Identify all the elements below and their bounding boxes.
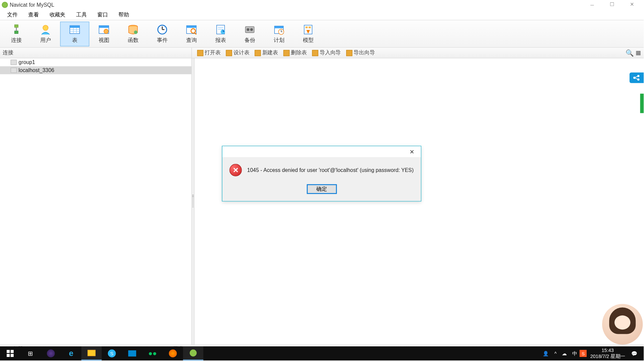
menu-file[interactable]: 文件	[2, 10, 23, 20]
tray-sogou-icon[interactable]: S	[580, 350, 587, 357]
tray-onedrive-icon[interactable]: ☁	[559, 351, 569, 356]
svg-rect-1	[14, 31, 18, 34]
window-title: Navicat for MySQL	[10, 2, 54, 8]
view-icon	[97, 23, 111, 36]
toolbar-label: 事件	[157, 37, 168, 44]
menu-window[interactable]: 窗口	[92, 10, 113, 20]
toolbar-model[interactable]: 模型	[293, 21, 323, 46]
menu-help[interactable]: 帮助	[113, 10, 134, 20]
taskbar-sogou[interactable]: S	[102, 346, 122, 360]
svg-rect-30	[274, 26, 283, 28]
tray-chevron-up-icon[interactable]: ^	[552, 351, 559, 356]
menu-tools[interactable]: 工具	[71, 10, 92, 20]
svg-rect-35	[306, 26, 308, 28]
maximize-button[interactable]: ☐	[602, 0, 622, 9]
folder-icon	[11, 60, 17, 65]
open-table-icon	[197, 50, 203, 56]
dialog-close-button[interactable]: ✕	[407, 148, 418, 156]
task-view-button[interactable]: ⊞	[20, 346, 41, 360]
svg-point-14	[134, 31, 138, 34]
cloud-badge[interactable]	[630, 72, 644, 83]
close-button[interactable]: ✕	[622, 0, 642, 9]
subtool-new-table[interactable]: 新建表	[252, 48, 281, 58]
subtool-label: 导入向导	[320, 49, 341, 56]
toolbar-backup[interactable]: 备份	[235, 21, 264, 46]
taskbar-eclipse[interactable]	[41, 346, 61, 360]
taskbar-wechat[interactable]: ●●	[142, 346, 163, 360]
taskbar-firefox[interactable]	[163, 346, 183, 360]
subtool-import-wizard[interactable]: 导入向导	[310, 48, 343, 58]
system-tray: 👤 ^ ☁ 中 S 15:43 2018/7/2 星期一 💬	[540, 348, 644, 359]
svg-point-37	[633, 77, 636, 79]
tree-label: group1	[18, 59, 35, 65]
subheader-left: 连接	[0, 48, 192, 58]
tray-ime[interactable]: 中	[570, 350, 580, 357]
taskbar-app1[interactable]	[122, 346, 143, 360]
tree-item-localhost[interactable]: localhost_3306	[0, 66, 192, 74]
subtool-delete-table[interactable]: 删除表	[281, 48, 310, 58]
toolbar-label: 视图	[99, 37, 109, 44]
taskbar-explorer[interactable]	[82, 346, 102, 360]
subtool-label: 设计表	[233, 49, 249, 56]
ok-button[interactable]: 确定	[307, 184, 337, 194]
grid-view-icon[interactable]: ▦	[636, 50, 641, 56]
subtool-label: 删除表	[291, 49, 307, 56]
error-message: 1045 - Access denied for user 'root'@'lo…	[247, 167, 414, 173]
dialog-footer: 确定	[222, 180, 421, 201]
tray-people-icon[interactable]: 👤	[540, 351, 552, 356]
function-icon	[126, 23, 140, 36]
toolbar-view[interactable]: 视图	[89, 21, 118, 46]
subtool-export-wizard[interactable]: 导出向导	[343, 48, 377, 58]
toolbar-connection[interactable]: 连接	[2, 21, 31, 46]
toolbar-event[interactable]: 事件	[148, 21, 177, 46]
toolbar-report[interactable]: 报表	[206, 21, 235, 46]
backup-icon	[243, 23, 257, 36]
window-controls: ─ ☐ ✕	[582, 0, 642, 9]
start-button[interactable]	[0, 346, 20, 360]
svg-rect-11	[99, 25, 109, 28]
svg-rect-5	[70, 25, 79, 28]
search-icon[interactable]: 🔍	[626, 49, 634, 57]
new-table-icon	[255, 50, 261, 56]
menu-view[interactable]: 查看	[23, 10, 44, 20]
report-icon	[214, 23, 228, 36]
windows-taskbar: ⊞ e S ●● 👤 ^ ☁ 中 S 15:43 2018/7/2 星期一 💬	[0, 346, 644, 360]
tray-clock[interactable]: 15:43 2018/7/2 星期一	[587, 348, 629, 359]
right-strip[interactable]	[640, 94, 644, 113]
subtool-design-table[interactable]: 设计表	[223, 48, 252, 58]
toolbar-schedule[interactable]: 计划	[264, 21, 293, 46]
error-icon: ✕	[229, 164, 242, 176]
taskbar-ie[interactable]: e	[61, 346, 82, 360]
toolbar-query[interactable]: 查询	[177, 21, 206, 46]
toolbar-function[interactable]: 函数	[118, 21, 148, 46]
toolbar-label: 备份	[245, 37, 255, 44]
assistant-avatar[interactable]	[602, 304, 643, 345]
svg-rect-0	[14, 25, 18, 27]
minimize-button[interactable]: ─	[582, 0, 602, 9]
taskbar-navicat[interactable]	[183, 346, 204, 360]
splitter[interactable]	[192, 58, 195, 345]
toolbar-label: 连接	[11, 37, 22, 44]
delete-table-icon	[283, 50, 289, 56]
tray-date: 2018/7/2 星期一	[590, 353, 625, 359]
toolbar-label: 查询	[186, 37, 197, 44]
menu-favorites[interactable]: 收藏夹	[44, 10, 71, 20]
toolbar-user[interactable]: 用户	[31, 21, 60, 46]
error-dialog: ✕ ✕ 1045 - Access denied for user 'root'…	[222, 146, 421, 201]
table-icon	[68, 23, 82, 36]
connection-icon	[9, 23, 23, 36]
svg-rect-36	[309, 26, 311, 28]
subtool-label: 新建表	[262, 49, 278, 56]
svg-point-38	[637, 75, 640, 77]
subtool-open-table[interactable]: 打开表	[195, 48, 223, 58]
toolbar-label: 报表	[215, 37, 226, 44]
subheader: 连接 打开表 设计表 新建表 删除表 导入向导 导出向导 🔍 ▦	[0, 48, 644, 58]
tray-notifications-icon[interactable]: 💬	[629, 351, 640, 356]
svg-point-27	[247, 28, 249, 31]
toolbar-table[interactable]: 表	[60, 21, 89, 46]
tree-item-group1[interactable]: group1	[0, 58, 192, 66]
toolbar-label: 用户	[40, 37, 51, 44]
subtool-label: 导出向导	[354, 49, 375, 56]
toolbar-label: 模型	[303, 37, 314, 44]
import-icon	[312, 50, 318, 56]
